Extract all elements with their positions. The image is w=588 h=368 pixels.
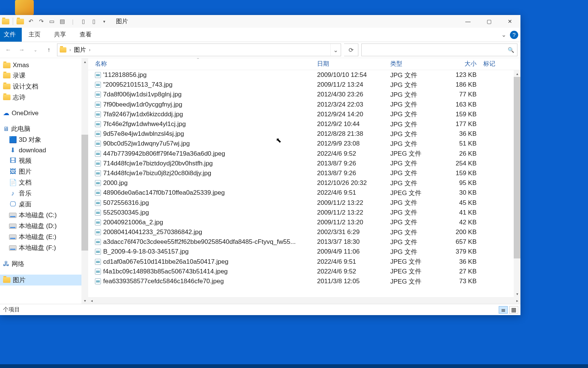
nav-selected-folder[interactable]: 图片	[0, 275, 88, 285]
pc-icon: 🖥	[3, 126, 9, 132]
nav-network[interactable]: 🖧 网络	[0, 258, 88, 269]
breadcrumb-segment[interactable]: 图片	[74, 46, 86, 54]
file-row[interactable]: fea6339358577cefdc5846c1846cfe70.jpeg 20…	[88, 276, 520, 286]
ribbon-tab-home[interactable]: 主页	[22, 28, 47, 42]
breadcrumb-chevron-2[interactable]: ›	[89, 47, 90, 53]
file-row[interactable]: 2000.jpg 2012/10/26 20:32 JPG 文件 95 KB	[88, 178, 520, 188]
nav-this-pc[interactable]: 🖥 此电脑	[0, 123, 88, 134]
help-icon[interactable]: ?	[510, 31, 518, 39]
hscroll-left-button[interactable]: ◂	[88, 297, 95, 304]
nav-forward-button[interactable]: →	[17, 45, 27, 55]
search-field[interactable]	[362, 47, 517, 53]
ribbon-tab-file[interactable]: 文件	[0, 28, 22, 42]
nav-pc-item[interactable]: 🟦3D 对象	[0, 134, 88, 145]
file-row[interactable]: 48906de0a6ac147f0b710ffea0a25339.jpeg 20…	[88, 188, 520, 198]
column-header-size[interactable]: 大小	[446, 60, 477, 68]
file-row[interactable]: 5525030345.jpg 2009/11/2 13:22 JPG 文件 41…	[88, 208, 520, 218]
nav-pc-item[interactable]: 本地磁盘 (E:)	[0, 231, 88, 242]
file-row[interactable]: 5072556316.jpg 2009/11/2 13:22 JPG 文件 45…	[88, 198, 520, 207]
scroll-down-button[interactable]: ▾	[81, 297, 88, 304]
file-row[interactable]: f4a1bc09c148983b85ac506743b51414.jpeg 20…	[88, 267, 520, 276]
taskbar[interactable]	[0, 364, 588, 368]
column-header-type[interactable]: 类型	[390, 60, 446, 68]
nav-onedrive[interactable]: ☁ OneDrive	[0, 108, 88, 118]
drive-icon	[9, 234, 17, 240]
file-row[interactable]: 20040921006a_2.jpg 2009/11/2 13:20 JPG 文…	[88, 218, 520, 227]
nav-pc-item[interactable]: 📄文档	[0, 177, 88, 188]
ribbon-expand-button[interactable]: ⌄	[501, 31, 506, 38]
file-rows[interactable]: '112818856.jpg 2009/10/10 12:54 JPG 文件 1…	[88, 70, 520, 297]
file-row[interactable]: 7fc46e2fgw1dwhwe4yl1cj.jpg 2012/9/2 10:4…	[88, 119, 520, 129]
qat-redo-button[interactable]: ↷	[37, 17, 45, 26]
ribbon-tab-share[interactable]: 共享	[47, 28, 73, 42]
nav-pc-item[interactable]: 本地磁盘 (D:)	[0, 221, 88, 231]
view-details-button[interactable]: ≣	[499, 306, 508, 314]
file-horizontal-scrollbar[interactable]: ◂ ▸	[88, 297, 520, 304]
nav-pc-item[interactable]: 🖵桌面	[0, 199, 88, 210]
file-row[interactable]: 7fa92467jw1dx6kizcdddj.jpg 2012/9/24 14:…	[88, 110, 520, 119]
qat-folder-icon[interactable]	[16, 17, 24, 26]
title-bar[interactable]: ↶ ↷ ▭ ▤ | ▯ ▯ ▾ 图片 — ▢ ✕	[0, 15, 520, 28]
view-large-icons-button[interactable]: ▦	[509, 306, 518, 314]
nav-quick-item[interactable]: Xmas	[0, 60, 88, 70]
file-row[interactable]: B_2009-4-9-18-03-345157.jpg 2009/4/9 11:…	[88, 247, 520, 257]
nav-quick-item[interactable]: 志诗	[0, 92, 88, 103]
file-row[interactable]: 90bc0d52jw1dwqny7u57wj.jpg 2012/9/9 23:0…	[88, 139, 520, 149]
nav-pc-item[interactable]: 本地磁盘 (F:)	[0, 242, 88, 253]
nav-up-button[interactable]: ↑	[44, 45, 54, 55]
3d-icon: 🟦	[9, 136, 17, 144]
column-header-tag[interactable]: 标记	[477, 60, 499, 68]
column-header-date[interactable]: 日期	[317, 60, 390, 68]
file-row[interactable]: cd1af0a067e510d141bbe26a10a50417.jpeg 20…	[88, 257, 520, 267]
nav-pc-item[interactable]: 🎞视频	[0, 155, 88, 166]
vscroll-up-button[interactable]: ▴	[514, 70, 520, 77]
image-file-icon	[95, 259, 101, 265]
nav-pc-item[interactable]: ♪音乐	[0, 188, 88, 199]
column-header-name[interactable]: 名称 ⌃	[95, 60, 317, 68]
vscroll-down-button[interactable]: ▾	[514, 290, 520, 297]
qat-button-1[interactable]: ▭	[48, 17, 56, 26]
file-row[interactable]: 714d48fcjw1e7biztdoydj20bv0hstfh.jpg 201…	[88, 159, 520, 168]
nav-quick-item[interactable]: 录课	[0, 70, 88, 81]
ribbon-tab-view[interactable]: 查看	[73, 28, 98, 42]
nav-scrollbar[interactable]: ▴ ▾	[81, 58, 88, 304]
refresh-button[interactable]: ⟳	[344, 44, 358, 56]
file-vertical-scrollbar[interactable]: ▴ ▾	[514, 70, 520, 297]
qat-undo-button[interactable]: ↶	[27, 17, 35, 26]
minimize-button[interactable]: —	[457, 15, 478, 28]
qat-button-3[interactable]: ▯	[79, 17, 87, 26]
qat-button-2[interactable]: ▤	[58, 17, 66, 26]
maximize-button[interactable]: ▢	[478, 15, 499, 28]
file-row[interactable]: 20080414041233_2570386842.jpg 2002/3/31 …	[88, 227, 520, 237]
address-dropdown-button[interactable]: ⌄	[330, 44, 341, 56]
close-button[interactable]: ✕	[499, 15, 520, 28]
file-row[interactable]: 9d57e8e4jw1dwblnzsl4sj.jpg 2012/8/28 21:…	[88, 129, 520, 139]
file-row[interactable]: 7f90beedjw1dr0ycggfnyj.jpg 2012/3/24 22:…	[88, 100, 520, 110]
search-input[interactable]: 🔍	[361, 44, 517, 56]
file-row[interactable]: 7da8f006jw1dsi1vp8glnj.jpg 2012/4/30 23:…	[88, 90, 520, 99]
qat-separator	[13, 18, 13, 25]
nav-pc-item[interactable]: 本地磁盘 (C:)	[0, 210, 88, 221]
qat-customize-button[interactable]: ▾	[100, 17, 108, 26]
file-row[interactable]: 714d48fcjw1e7bizu0j8zj20c80i8djy.jpg 201…	[88, 168, 520, 178]
navigation-pane[interactable]: Xmas录课设计文档志诗 ☁ OneDrive 🖥 此电脑 🟦3D 对象⬇dow…	[0, 58, 88, 304]
nav-pc-item[interactable]: ⬇download	[0, 145, 88, 155]
vscroll-thumb[interactable]	[514, 77, 520, 258]
nav-quick-item[interactable]: 设计文档	[0, 81, 88, 92]
file-row[interactable]: '112818856.jpg 2009/10/10 12:54 JPG 文件 1…	[88, 70, 520, 80]
file-row[interactable]: 447b7739942b806ff79f4e719a36a6d0.jpeg 20…	[88, 149, 520, 159]
qat-button-4[interactable]: ▯	[90, 17, 98, 26]
file-row[interactable]: "200952101513_743.jpg 2009/11/2 13:24 JP…	[88, 80, 520, 90]
breadcrumb-chevron[interactable]: ›	[69, 47, 71, 53]
nav-pc-item[interactable]: 🖼图片	[0, 166, 88, 177]
qat-icon[interactable]	[2, 17, 10, 26]
search-icon[interactable]: 🔍	[508, 47, 514, 53]
nav-back-button[interactable]: ←	[3, 45, 14, 55]
file-row[interactable]: a3dacc76f470c3cdeee55ff2f62bbe90258540df…	[88, 237, 520, 247]
scroll-thumb[interactable]	[81, 135, 88, 251]
file-size: 41 KB	[446, 209, 477, 216]
address-bar[interactable]: › 图片 › ⌄	[57, 44, 341, 56]
nav-recent-button[interactable]: ⌄	[30, 45, 41, 55]
hscroll-right-button[interactable]: ▸	[514, 297, 520, 304]
scroll-up-button[interactable]: ▴	[81, 58, 88, 65]
